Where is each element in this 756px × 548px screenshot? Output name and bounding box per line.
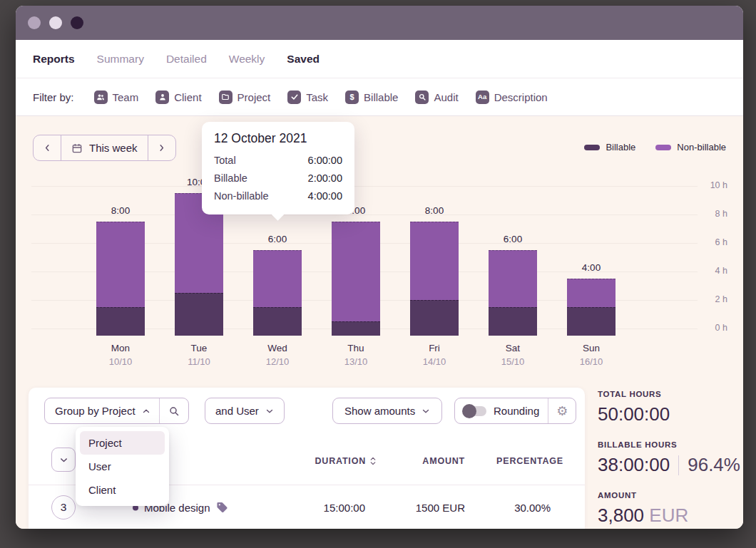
y-axis-tick: 0 h bbox=[688, 323, 727, 333]
prev-week-button[interactable] bbox=[34, 135, 61, 160]
amount-value: 3,800 EUR bbox=[598, 505, 740, 527]
row-amount: 1500 EUR bbox=[416, 502, 465, 514]
tag-icon bbox=[216, 502, 228, 514]
bar-segment-billable-wed[interactable] bbox=[253, 307, 302, 336]
team-icon bbox=[94, 91, 108, 104]
column-header-duration[interactable]: DURATION bbox=[315, 456, 377, 466]
x-axis-label-tue: Tue11/10 bbox=[165, 343, 233, 367]
amount-currency: EUR bbox=[649, 505, 688, 526]
legend-billable[interactable]: Billable bbox=[584, 142, 635, 152]
tab-summary[interactable]: Summary bbox=[97, 53, 144, 66]
group-by-label: Group by Project bbox=[55, 405, 136, 417]
menu-item-user[interactable]: User bbox=[80, 455, 165, 478]
non-billable-swatch bbox=[655, 145, 671, 150]
window-titlebar bbox=[16, 6, 743, 40]
date-range-picker: This week bbox=[33, 135, 176, 161]
bar-segment-non-billable-fri[interactable] bbox=[410, 222, 459, 300]
duration-header-label: DURATION bbox=[315, 456, 366, 466]
summary-divider bbox=[678, 455, 679, 475]
filter-bar: Filter by: Team Client Project Task bbox=[16, 78, 743, 116]
filter-client[interactable]: Client bbox=[155, 91, 201, 104]
filter-team-label: Team bbox=[113, 91, 139, 103]
filter-description-label: Description bbox=[494, 91, 548, 103]
app-window: Reports Summary Detailed Weekly Saved Fi… bbox=[16, 6, 743, 529]
filter-by-label: Filter by: bbox=[33, 91, 74, 103]
bar-segment-billable-sun[interactable] bbox=[567, 307, 615, 336]
bar-segment-non-billable-sun[interactable] bbox=[567, 279, 615, 307]
next-week-button[interactable] bbox=[148, 135, 175, 160]
bar-total-label: 8:00 bbox=[87, 205, 154, 216]
row-percentage: 30.00% bbox=[514, 502, 551, 514]
y-axis-tick: 8 h bbox=[688, 209, 727, 219]
traffic-light-zoom[interactable] bbox=[71, 16, 83, 29]
chart-tooltip: 12 October 2021 Total 6:00:00 Billable 2… bbox=[202, 122, 354, 214]
row-duration: 15:00:00 bbox=[324, 502, 365, 514]
nav-reports[interactable]: Reports bbox=[33, 53, 75, 66]
gridline bbox=[31, 186, 698, 187]
y-axis-tick: 2 h bbox=[688, 294, 727, 304]
group-search-button[interactable] bbox=[160, 398, 188, 423]
filter-description[interactable]: Aa Description bbox=[476, 91, 548, 104]
filter-task[interactable]: Task bbox=[287, 91, 328, 104]
filter-team[interactable]: Team bbox=[94, 91, 139, 104]
chevron-down-icon bbox=[422, 407, 430, 415]
tab-detailed[interactable]: Detailed bbox=[166, 53, 207, 66]
totals-panel: TOTAL HOURS 50:00:00 BILLABLE HOURS 38:0… bbox=[598, 390, 740, 529]
legend-non-billable-label: Non-billable bbox=[677, 142, 726, 152]
bar-segment-billable-sat[interactable] bbox=[489, 307, 537, 336]
bar-segment-non-billable-thu[interactable] bbox=[332, 222, 380, 321]
legend-non-billable[interactable]: Non-billable bbox=[655, 142, 726, 152]
traffic-light-minimize[interactable] bbox=[49, 16, 62, 29]
filter-project[interactable]: Project bbox=[219, 91, 271, 104]
show-amounts-label: Show amounts bbox=[344, 405, 415, 417]
total-hours-value: 50:00:00 bbox=[598, 403, 740, 425]
group-by-menu: Project User Client bbox=[76, 427, 169, 506]
bar-total-label: 8:00 bbox=[401, 205, 468, 216]
date-range-label: This week bbox=[89, 142, 138, 154]
tab-weekly[interactable]: Weekly bbox=[229, 53, 265, 66]
billable-swatch bbox=[584, 145, 600, 150]
chevron-up-icon bbox=[142, 407, 150, 415]
bar-segment-billable-mon[interactable] bbox=[96, 307, 145, 336]
filter-client-label: Client bbox=[174, 91, 201, 103]
traffic-light-close[interactable] bbox=[28, 16, 41, 29]
bar-segment-non-billable-mon[interactable] bbox=[96, 222, 145, 307]
tooltip-total-label: Total bbox=[214, 152, 236, 170]
bar-segment-billable-thu[interactable] bbox=[332, 321, 380, 336]
report-content: 10 h8 h6 h4 h2 h0 h8:00Mon10/1010:00Tue1… bbox=[16, 116, 743, 529]
bar-segment-billable-tue[interactable] bbox=[175, 293, 223, 336]
audit-magnifier-icon bbox=[415, 91, 429, 104]
filter-billable-label: Billable bbox=[364, 91, 398, 103]
filter-audit[interactable]: Audit bbox=[415, 91, 458, 104]
expand-all-button[interactable] bbox=[51, 448, 76, 472]
legend-billable-label: Billable bbox=[606, 142, 635, 152]
filter-project-label: Project bbox=[237, 91, 271, 103]
show-amounts-dropdown[interactable]: Show amounts bbox=[332, 398, 442, 424]
tooltip-date: 12 October 2021 bbox=[214, 131, 342, 146]
amount-label: AMOUNT bbox=[598, 491, 740, 500]
menu-item-project[interactable]: Project bbox=[80, 431, 165, 455]
x-axis-label-mon: Mon10/10 bbox=[87, 343, 154, 367]
filter-billable[interactable]: $ Billable bbox=[345, 91, 398, 104]
entry-count-badge: 3 bbox=[51, 495, 76, 519]
tooltip-pointer bbox=[271, 207, 284, 220]
this-week-button[interactable]: This week bbox=[61, 135, 148, 160]
subgroup-by-label: and User bbox=[215, 405, 259, 417]
menu-item-client[interactable]: Client bbox=[80, 478, 165, 502]
rounding-settings-button[interactable]: ⚙ bbox=[548, 398, 576, 423]
billable-percent: 96.4% bbox=[688, 454, 740, 476]
bar-segment-non-billable-wed[interactable] bbox=[253, 250, 302, 307]
tooltip-billable-label: Billable bbox=[214, 170, 247, 187]
rounding-toggle[interactable] bbox=[464, 406, 486, 416]
gear-icon: ⚙ bbox=[556, 405, 568, 418]
tab-saved[interactable]: Saved bbox=[287, 53, 320, 66]
filter-task-label: Task bbox=[306, 91, 328, 103]
client-icon bbox=[155, 91, 169, 104]
reports-navbar: Reports Summary Detailed Weekly Saved bbox=[16, 40, 743, 78]
tooltip-non-billable-label: Non-billable bbox=[214, 187, 269, 205]
bar-segment-billable-fri[interactable] bbox=[410, 300, 459, 336]
group-by-dropdown[interactable]: Group by Project bbox=[44, 398, 189, 424]
bar-segment-non-billable-sat[interactable] bbox=[489, 250, 537, 307]
x-axis-label-wed: Wed12/10 bbox=[244, 343, 311, 367]
subgroup-by-dropdown[interactable]: and User bbox=[205, 398, 285, 424]
